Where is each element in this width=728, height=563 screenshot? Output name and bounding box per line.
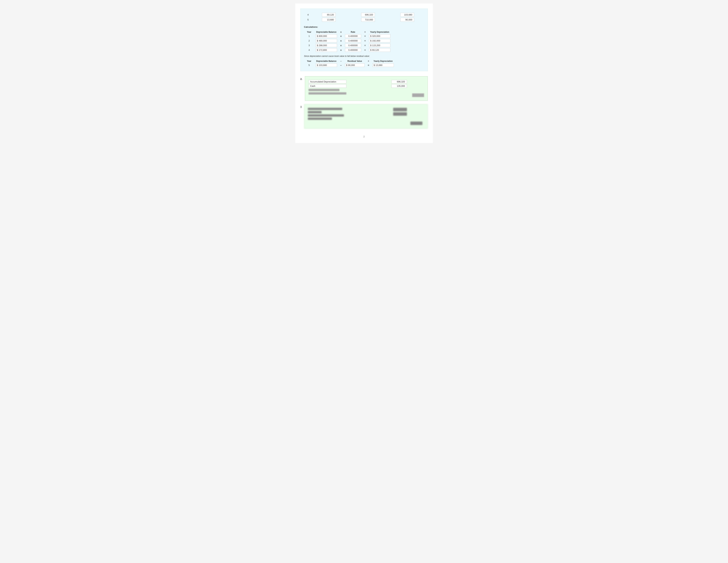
residual-table: Year Depreciable Balance – Residual Valu… <box>304 59 395 67</box>
section-2-labels: Accumulated Depreciation Cash <box>309 80 386 96</box>
section-2-box: Accumulated Depreciation Cash 696,320 13… <box>305 76 428 101</box>
top-val2-5: 710,000 <box>351 17 385 22</box>
calc-yearly-2: $ 192,000 <box>368 38 392 43</box>
calc-year-4: 4 <box>304 48 314 52</box>
calc-header-x: x <box>338 30 344 34</box>
page-number: 2 <box>300 135 428 138</box>
calc-yearly-1: $ 320,000 <box>368 34 392 38</box>
section-3-wrapper: 3 <box>300 104 428 129</box>
section-3-credits <box>410 108 424 125</box>
calc-eq-4: = <box>363 48 368 52</box>
calc-year-2: 2 <box>304 38 314 43</box>
res-residual-1: $ 90,000 <box>344 63 366 67</box>
calc-year-3: 3 <box>304 43 314 48</box>
calc-x-3: x <box>338 43 344 48</box>
calc-eq-3: = <box>363 43 368 48</box>
calc-row-3: 3 $ 288,000 x 0.400000 = $ 115,200 <box>304 43 392 48</box>
res-header-minus: – <box>338 59 344 63</box>
top-input-2-5: 710,000 <box>361 18 375 22</box>
calc-balance-2: $ 480,000 <box>314 38 338 43</box>
section-3-number: 3 <box>300 105 302 108</box>
entry-label-blurred-1 <box>309 89 386 92</box>
res-eq-1: = <box>366 63 371 67</box>
since-depreciation-text: Since depreciation cannot cause book val… <box>304 55 424 57</box>
section-2-credits <box>410 80 424 97</box>
calc-x-4: x <box>338 48 344 52</box>
section-3-labels <box>308 108 390 121</box>
section-2-number: 2. <box>300 78 302 80</box>
top-input-3-5: 90,000 <box>400 18 414 22</box>
calc-row-4: 4 $ 172,800 x 0.400000 = $ 69,120 <box>304 48 392 52</box>
res-header-residual: Residual Value <box>344 59 366 63</box>
top-val1-5: 13,680 <box>312 17 346 22</box>
calc-balance-1: $ 800,000 <box>314 34 338 38</box>
calc-x-2: x <box>338 38 344 43</box>
top-val1-4: 69,120 <box>312 12 346 17</box>
entry-label-blurred-2 <box>309 92 386 95</box>
calc-rate-3: 0.400000 <box>344 43 363 48</box>
res-header-yearly: Yearly Depreciation <box>371 59 395 63</box>
section-3-debits <box>390 108 407 117</box>
debit-accum-dep: 696,320 <box>391 80 407 83</box>
calc-year-1: 1 <box>304 34 314 38</box>
res-header-equals: = <box>366 59 371 63</box>
calc-row-1: 1 $ 800,000 x 0.400000 = $ 320,000 <box>304 34 392 38</box>
section-2-wrapper: 2. Accumulated Depreciation Cash <box>300 76 428 101</box>
res-yearly-1: $ 13,680 <box>371 63 395 67</box>
calc-rate-4: 0.400000 <box>344 48 363 52</box>
res-balance-1: $ 103,680 <box>314 63 338 67</box>
top-input-1-4: 69,120 <box>322 13 336 17</box>
calc-balance-3: $ 288,000 <box>314 43 338 48</box>
calc-eq-2: = <box>363 38 368 43</box>
top-val3-5: 90,000 <box>390 17 424 22</box>
calc-eq-1: = <box>363 34 368 38</box>
top-year-5: 5 <box>304 17 312 22</box>
calc-header-depreciable: Depreciable Balance <box>314 30 338 34</box>
calc-header-yearly: Yearly Depreciation <box>368 30 392 34</box>
residual-row-1: 5 $ 103,680 – $ 90,000 = $ 13,680 <box>304 63 395 67</box>
calculations-title: Calculations: <box>304 26 424 28</box>
res-header-depreciable: Depreciable Balance <box>314 59 338 63</box>
debit-cash: 135,000 <box>391 84 407 88</box>
section-2-debits: 696,320 135,000 <box>386 80 407 88</box>
top-row-5: 5 13,680 710,000 90,000 <box>304 17 424 22</box>
calc-table: Year Depreciable Balance x Rate = Yearly… <box>304 30 392 52</box>
top-val3-4: 103,680 <box>390 12 424 17</box>
entry-label-cash: Cash <box>309 84 386 88</box>
calc-row-2: 2 $ 480,000 x 0.400000 = $ 192,000 <box>304 38 392 43</box>
top-input-1-5: 13,680 <box>322 18 336 22</box>
res-minus-1: – <box>338 63 344 67</box>
res-header-year: Year <box>304 59 314 63</box>
res-year-1: 5 <box>304 63 314 67</box>
top-table: 4 69,120 696,320 103,680 5 <box>304 12 424 22</box>
calc-yearly-3: $ 115,200 <box>368 43 392 48</box>
calc-header-rate: Rate <box>344 30 363 34</box>
top-input-2-4: 696,320 <box>361 13 375 17</box>
credit-value <box>412 93 424 97</box>
calc-rate-2: 0.400000 <box>344 38 363 43</box>
calc-rate-1: 0.400000 <box>344 34 363 38</box>
page-container: 4 69,120 696,320 103,680 5 <box>295 3 433 143</box>
calc-balance-4: $ 172,800 <box>314 48 338 52</box>
entry-label-accum-dep: Accumulated Depreciation <box>309 80 386 83</box>
top-year-4: 4 <box>304 12 312 17</box>
top-row-4: 4 69,120 696,320 103,680 <box>304 12 424 17</box>
calc-header-year: Year <box>304 30 314 34</box>
top-input-3-4: 103,680 <box>400 13 414 17</box>
calc-yearly-4: $ 69,120 <box>368 48 392 52</box>
top-val2-4: 696,320 <box>351 12 385 17</box>
section-1-box: 4 69,120 696,320 103,680 5 <box>300 9 428 71</box>
section-3-box <box>304 104 428 129</box>
calc-header-equals: = <box>363 30 368 34</box>
calc-x-1: x <box>338 34 344 38</box>
